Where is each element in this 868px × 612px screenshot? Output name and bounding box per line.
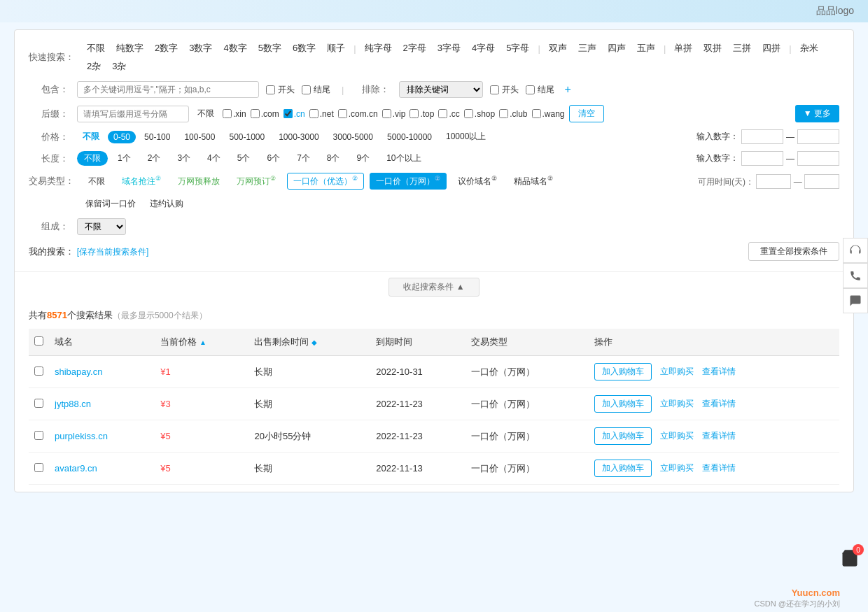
- price-max-input[interactable]: [797, 129, 839, 144]
- tag-double-pinyin[interactable]: 双拼: [699, 41, 726, 56]
- add-cart-button[interactable]: 加入购物车: [594, 460, 652, 477]
- buy-now-link[interactable]: 立即购买: [660, 367, 694, 376]
- add-cart-button[interactable]: 加入购物车: [594, 395, 652, 413]
- add-cart-button[interactable]: 加入购物车: [594, 427, 652, 445]
- length-min-input[interactable]: [741, 151, 783, 166]
- view-detail-link[interactable]: 查看详情: [702, 367, 736, 376]
- suffix-shop[interactable]: .shop: [464, 109, 495, 119]
- trade-premium[interactable]: 精品域名②: [508, 173, 559, 189]
- th-price[interactable]: 当前价格 ▲: [155, 329, 248, 356]
- domain-link[interactable]: avatar9.cn: [55, 463, 97, 474]
- trade-grab[interactable]: 域名抢注②: [116, 173, 167, 189]
- trade-negotiate[interactable]: 议价域名②: [452, 173, 503, 189]
- tag-3tone[interactable]: 三声: [574, 41, 601, 56]
- len-tag-8[interactable]: 8个: [320, 151, 347, 166]
- suffix-top[interactable]: .top: [410, 109, 434, 119]
- tag-3za[interactable]: 3杂: [108, 59, 130, 74]
- buy-now-link[interactable]: 立即购买: [660, 399, 694, 408]
- price-min-input[interactable]: [741, 129, 783, 144]
- buy-now-link[interactable]: 立即购买: [660, 431, 694, 441]
- len-tag-10plus[interactable]: 10个以上: [379, 151, 428, 166]
- more-suffix-button[interactable]: ▼ 更多: [795, 105, 839, 122]
- tag-unlimited[interactable]: 不限: [83, 41, 109, 56]
- suffix-vip[interactable]: .vip: [382, 109, 406, 119]
- tag-2letter[interactable]: 2字母: [399, 41, 430, 56]
- view-detail-link[interactable]: 查看详情: [702, 431, 736, 441]
- select-all-checkbox[interactable]: [34, 336, 43, 346]
- tag-5letter[interactable]: 5字母: [502, 41, 533, 56]
- tag-6number[interactable]: 6数字: [288, 41, 320, 56]
- trade-unlimited[interactable]: 不限: [83, 174, 111, 189]
- tag-3number[interactable]: 3数字: [185, 41, 216, 56]
- tag-zami[interactable]: 杂米: [796, 41, 822, 56]
- suffix-net-checkbox[interactable]: [309, 109, 318, 118]
- tag-4letter[interactable]: 4字母: [468, 41, 499, 56]
- price-tag-3000-5000[interactable]: 3000-5000: [328, 131, 379, 143]
- compose-select[interactable]: 不限: [77, 218, 126, 235]
- tag-shunzi[interactable]: 顺子: [323, 41, 349, 56]
- len-tag-1[interactable]: 1个: [111, 151, 138, 166]
- reset-button[interactable]: 重置全部搜索条件: [748, 242, 839, 261]
- price-tag-5000-10000[interactable]: 5000-10000: [382, 131, 438, 143]
- phone-icon[interactable]: [843, 263, 868, 288]
- suffix-unlimited-btn[interactable]: 不限: [193, 106, 218, 121]
- trade-fixed-preferred[interactable]: 一口价（优选）②: [287, 173, 364, 190]
- len-tag-7[interactable]: 7个: [290, 151, 317, 166]
- suffix-club[interactable]: .club: [499, 109, 527, 119]
- suffix-cn[interactable]: .cn: [284, 109, 305, 119]
- headset-icon[interactable]: [843, 238, 868, 263]
- add-cart-button[interactable]: 加入购物车: [594, 363, 652, 380]
- suffix-shop-checkbox[interactable]: [464, 109, 473, 118]
- length-max-input[interactable]: [797, 151, 839, 166]
- suffix-cc-checkbox[interactable]: [438, 109, 447, 118]
- price-tag-1000-3000[interactable]: 1000-3000: [273, 131, 324, 143]
- view-detail-link[interactable]: 查看详情: [702, 463, 736, 473]
- exclude-end-checkbox[interactable]: [526, 85, 535, 94]
- trade-reserved-fixed[interactable]: 保留词一口价: [80, 197, 141, 211]
- len-tag-3[interactable]: 3个: [170, 151, 197, 166]
- price-tag-500-1000[interactable]: 500-1000: [223, 131, 270, 143]
- suffix-comcn-checkbox[interactable]: [338, 109, 347, 118]
- suffix-input[interactable]: [77, 106, 189, 122]
- domain-link[interactable]: shibapay.cn: [55, 367, 102, 377]
- len-tag-5[interactable]: 5个: [230, 151, 258, 166]
- len-tag-9[interactable]: 9个: [350, 151, 377, 166]
- save-search-link[interactable]: [保存当前搜索条件]: [77, 247, 149, 257]
- suffix-xin-checkbox[interactable]: [223, 109, 232, 118]
- clear-suffix-button[interactable]: 清空: [569, 105, 604, 122]
- len-tag-unlimited[interactable]: 不限: [77, 151, 108, 166]
- tag-4tone[interactable]: 四声: [603, 41, 630, 56]
- price-tag-50-100[interactable]: 50-100: [139, 131, 176, 143]
- suffix-wang[interactable]: .wang: [532, 109, 565, 119]
- tag-pure-number[interactable]: 纯数字: [112, 41, 148, 56]
- view-detail-link[interactable]: 查看详情: [702, 399, 736, 408]
- suffix-com[interactable]: .com: [251, 109, 279, 119]
- trade-breach[interactable]: 违约认购: [144, 197, 189, 211]
- tag-pure-letter[interactable]: 纯字母: [360, 41, 396, 56]
- domain-link[interactable]: purplekiss.cn: [55, 431, 108, 441]
- tag-5tone[interactable]: 五声: [633, 41, 659, 56]
- tag-2number[interactable]: 2数字: [150, 41, 182, 56]
- row-checkbox[interactable]: [34, 431, 43, 440]
- collapse-button[interactable]: 收起搜索条件 ▲: [388, 278, 479, 297]
- suffix-net[interactable]: .net: [309, 109, 334, 119]
- len-tag-4[interactable]: 4个: [200, 151, 227, 166]
- suffix-comcn[interactable]: .com.cn: [338, 109, 378, 119]
- suffix-xin[interactable]: .xin: [223, 109, 246, 119]
- exclude-select[interactable]: 排除关键词: [399, 81, 483, 98]
- tag-4number[interactable]: 4数字: [219, 41, 251, 56]
- include-end-checkbox[interactable]: [302, 85, 311, 94]
- tag-3letter[interactable]: 3字母: [433, 41, 465, 56]
- len-tag-6[interactable]: 6个: [260, 151, 287, 166]
- trade-wannet-release[interactable]: 万网预释放: [172, 174, 225, 189]
- row-checkbox[interactable]: [34, 399, 43, 408]
- tag-quad-pinyin[interactable]: 四拼: [758, 41, 785, 56]
- row-checkbox[interactable]: [34, 367, 43, 376]
- exclude-end-label[interactable]: 结尾: [538, 84, 554, 96]
- tag-triple-pinyin[interactable]: 三拼: [729, 41, 755, 56]
- trade-wannet-preorder[interactable]: 万网预订②: [231, 173, 281, 189]
- suffix-cc[interactable]: .cc: [438, 109, 459, 119]
- tag-single-pinyin[interactable]: 单拼: [670, 41, 696, 56]
- price-tag-100-500[interactable]: 100-500: [178, 131, 220, 143]
- include-start-label[interactable]: 开头: [278, 84, 295, 96]
